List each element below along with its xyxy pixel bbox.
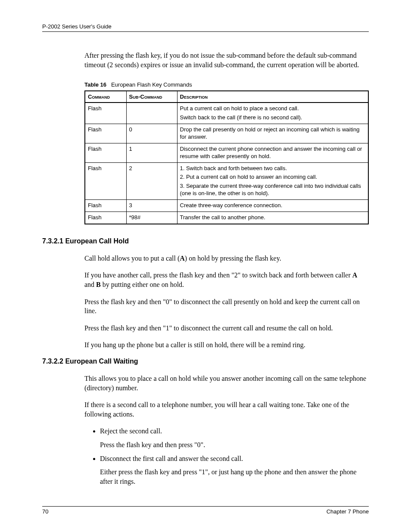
cell-subcommand: 1 [126, 143, 177, 162]
cell-description: Put a current call on hold to place a se… [177, 103, 368, 124]
para: If you hang up the phone but a caller is… [84, 340, 369, 350]
cell-subcommand: 2 [126, 162, 177, 200]
cell-subcommand: 3 [126, 200, 177, 212]
body-content: After pressing the flash key, if you do … [84, 51, 369, 224]
cell-description: Disconnect the current phone connection … [177, 143, 368, 162]
table-row: Flash21. Switch back and forth between t… [85, 162, 368, 200]
table-caption: Table 16 European Flash Key Commands [84, 81, 369, 88]
intro-paragraph: After pressing the flash key, if you do … [84, 51, 369, 69]
cell-subcommand: *98# [126, 212, 177, 224]
para: If there is a second call to a telephone… [84, 400, 369, 419]
table-row: Flash*98#Transfer the call to another ph… [85, 212, 368, 224]
cell-subcommand: 0 [126, 124, 177, 143]
section-heading-call-hold: 7.3.2.1 European Call Hold [42, 237, 369, 245]
section-heading-call-waiting: 7.3.2.2 European Call Waiting [42, 358, 369, 365]
para: Call hold allows you to put a call (A) o… [84, 254, 369, 263]
table-title: European Flash Key Commands [111, 81, 192, 88]
th-command: Command [85, 91, 126, 103]
para: Press the flash key and then "0" to disc… [84, 297, 369, 316]
cell-subcommand [126, 103, 177, 124]
cell-command: Flash [85, 103, 126, 124]
cell-command: Flash [85, 200, 126, 212]
cell-description: 1. Switch back and forth between two cal… [177, 162, 368, 200]
table-number: Table 16 [84, 81, 106, 88]
page-number: 70 [42, 508, 48, 515]
cell-command: Flash [85, 124, 126, 143]
page-footer: 70 Chapter 7 Phone [42, 506, 369, 515]
cell-description: Create three-way conference connection. [177, 200, 368, 212]
para: If you have another call, press the flas… [84, 271, 369, 289]
cell-description: Transfer the call to another phone. [177, 212, 368, 224]
table-row: Flash3Create three-way conference connec… [85, 200, 368, 212]
section-call-hold: Call hold allows you to put a call (A) o… [84, 254, 369, 350]
th-description: Description [177, 91, 368, 103]
para: This allows you to place a call on hold … [84, 374, 369, 392]
para: Press the flash key and then "1" to disc… [84, 324, 369, 333]
list-item: Disconnect the first call and answer the… [100, 454, 369, 486]
cell-command: Flash [85, 212, 126, 224]
table-row: Flash1Disconnect the current phone conne… [85, 143, 368, 162]
th-subcommand: Sub-Command [126, 91, 177, 103]
flash-key-commands-table: Command Sub-Command Description FlashPut… [84, 90, 369, 224]
table-row: FlashPut a current call on hold to place… [85, 103, 368, 124]
cell-command: Flash [85, 143, 126, 162]
table-row: Flash0Drop the call presently on hold or… [85, 124, 368, 143]
list-item: Reject the second call.Press the flash k… [100, 426, 369, 449]
chapter-label: Chapter 7 Phone [327, 508, 369, 515]
cell-description: Drop the call presently on hold or rejec… [177, 124, 368, 143]
section-call-waiting: This allows you to place a call on hold … [84, 374, 369, 486]
cell-command: Flash [85, 162, 126, 200]
actions-list: Reject the second call.Press the flash k… [100, 426, 369, 486]
page-header: P-2002 Series User's Guide [42, 23, 369, 32]
